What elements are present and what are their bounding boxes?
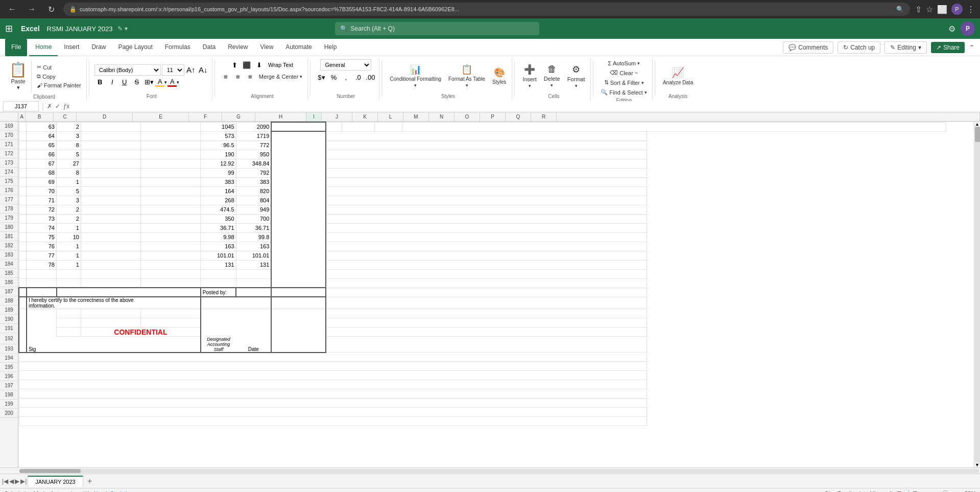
col-header-i[interactable]: I bbox=[306, 112, 322, 121]
row-num-174[interactable]: 174 bbox=[0, 168, 18, 177]
cell-e179[interactable] bbox=[141, 214, 201, 223]
increase-font-button[interactable]: A↑ bbox=[185, 64, 197, 76]
cell-d180[interactable] bbox=[81, 223, 140, 232]
cell-f191[interactable] bbox=[201, 327, 236, 337]
catchup-button[interactable]: ↻ Catch up bbox=[838, 41, 880, 54]
cell-h177[interactable] bbox=[271, 196, 326, 205]
cell-a179[interactable] bbox=[19, 214, 27, 223]
align-middle-button[interactable]: ⬛ bbox=[241, 59, 252, 71]
row-num-173[interactable]: 173 bbox=[0, 158, 18, 168]
cell-c171[interactable]: 8 bbox=[57, 140, 81, 150]
italic-button[interactable]: I bbox=[107, 77, 118, 88]
cell-f188[interactable] bbox=[201, 297, 236, 309]
cell-b185[interactable] bbox=[27, 269, 57, 278]
col-header-b[interactable]: B bbox=[26, 112, 54, 121]
cell-h179[interactable] bbox=[271, 214, 326, 223]
cell-g183[interactable]: 101.01 bbox=[236, 251, 271, 260]
row-num-182[interactable]: 182 bbox=[0, 241, 18, 250]
cell-e182[interactable] bbox=[141, 242, 201, 251]
cell-i169[interactable] bbox=[326, 122, 342, 131]
cell-d171[interactable] bbox=[81, 140, 140, 150]
cell-h181[interactable] bbox=[271, 232, 326, 242]
cell-rest-169[interactable] bbox=[402, 122, 946, 131]
cell-a188[interactable] bbox=[19, 297, 27, 309]
bookmark-icon[interactable]: ☆ bbox=[926, 5, 933, 14]
cell-d179[interactable] bbox=[81, 214, 140, 223]
cell-g171[interactable]: 772 bbox=[236, 140, 271, 150]
row-num-176[interactable]: 176 bbox=[0, 186, 18, 195]
cell-b190[interactable] bbox=[27, 318, 57, 327]
cell-c191[interactable] bbox=[57, 327, 81, 337]
confirm-formula-icon[interactable]: ✓ bbox=[55, 103, 60, 110]
cell-h171[interactable] bbox=[271, 140, 326, 150]
cell-e169[interactable] bbox=[141, 122, 201, 131]
profile-icon[interactable]: P bbox=[951, 4, 963, 15]
col-header-c[interactable]: C bbox=[54, 112, 77, 121]
wrap-text-button[interactable]: Wrap Text bbox=[266, 59, 296, 71]
cell-h175[interactable] bbox=[271, 177, 326, 186]
waffle-icon[interactable]: ⊞ bbox=[5, 23, 13, 34]
cell-b179[interactable]: 73 bbox=[27, 214, 57, 223]
cell-f177[interactable]: 268 bbox=[201, 196, 236, 205]
cell-h176[interactable] bbox=[271, 186, 326, 196]
page-layout-view-button[interactable]: 📄 bbox=[903, 490, 911, 492]
cell-d177[interactable] bbox=[81, 196, 140, 205]
cell-g178[interactable]: 949 bbox=[236, 205, 271, 214]
cell-e170[interactable] bbox=[141, 131, 201, 140]
cell-c181[interactable]: 10 bbox=[57, 232, 81, 242]
row-num-191[interactable]: 191 bbox=[0, 324, 18, 333]
cell-b172[interactable]: 66 bbox=[27, 150, 57, 159]
workbook-stats-button[interactable]: Workbook Statistics bbox=[83, 490, 132, 493]
function-icon[interactable]: ƒx bbox=[63, 103, 70, 110]
cell-b170[interactable]: 64 bbox=[27, 131, 57, 140]
copy-button[interactable]: ⧉ Copy bbox=[35, 72, 83, 81]
row-num-175[interactable]: 175 bbox=[0, 177, 18, 186]
row-num-193[interactable]: 193 bbox=[0, 344, 18, 354]
cell-e175[interactable] bbox=[141, 177, 201, 186]
scroll-track-h[interactable] bbox=[19, 469, 979, 473]
col-header-k[interactable]: K bbox=[352, 112, 378, 121]
back-button[interactable]: ← bbox=[5, 2, 19, 16]
cell-d169[interactable] bbox=[81, 122, 140, 131]
cell-confidential[interactable]: CONFIDENTIAL bbox=[81, 327, 200, 337]
align-center-button[interactable]: ≡ bbox=[232, 71, 244, 82]
cell-rest-186[interactable] bbox=[326, 278, 647, 288]
cell-d182[interactable] bbox=[81, 242, 140, 251]
clear-button[interactable]: ⌫ Clear ~ bbox=[608, 68, 640, 77]
conditional-formatting-button[interactable]: 📊 Conditional Formatting ▾ bbox=[387, 62, 444, 89]
cell-a186[interactable] bbox=[19, 278, 27, 288]
cell-e177[interactable] bbox=[141, 196, 201, 205]
cell-g174[interactable]: 792 bbox=[236, 168, 271, 177]
cell-c187[interactable] bbox=[57, 288, 81, 297]
row-num-169[interactable]: 169 bbox=[0, 122, 18, 131]
cell-reference-box[interactable] bbox=[3, 101, 39, 111]
cell-g169[interactable]: 2090 bbox=[236, 122, 271, 131]
col-header-f[interactable]: F bbox=[189, 112, 222, 121]
underline-button[interactable]: U bbox=[119, 77, 130, 88]
cell-g188[interactable] bbox=[236, 297, 271, 309]
tab-page-layout[interactable]: Page Layout bbox=[112, 39, 158, 56]
cell-d186[interactable] bbox=[81, 278, 140, 288]
cell-g170[interactable]: 1719 bbox=[236, 131, 271, 140]
cell-f174[interactable]: 99 bbox=[201, 168, 236, 177]
cell-e184[interactable] bbox=[141, 260, 201, 269]
zoom-slider-thumb[interactable] bbox=[942, 490, 948, 493]
tab-file[interactable]: File bbox=[5, 39, 27, 56]
cell-h183[interactable] bbox=[271, 251, 326, 260]
row-num-170[interactable]: 170 bbox=[0, 131, 18, 140]
cell-a180[interactable] bbox=[19, 223, 27, 232]
cell-g192[interactable]: Date bbox=[236, 337, 271, 353]
cell-d178[interactable] bbox=[81, 205, 140, 214]
cell-c189[interactable] bbox=[57, 309, 81, 318]
share-button[interactable]: ↗ Share bbox=[931, 42, 965, 53]
tab-data[interactable]: Data bbox=[197, 39, 222, 56]
extension-icon[interactable]: ⇧ bbox=[915, 5, 922, 14]
col-header-q[interactable]: Q bbox=[506, 112, 531, 121]
row-num-172[interactable]: 172 bbox=[0, 149, 18, 158]
tab-icon[interactable]: ⬜ bbox=[937, 5, 947, 14]
col-header-j[interactable]: J bbox=[322, 112, 352, 121]
cell-j169[interactable] bbox=[342, 122, 375, 131]
cell-f178[interactable]: 474.5 bbox=[201, 205, 236, 214]
cell-d175[interactable] bbox=[81, 177, 140, 186]
cell-a178[interactable] bbox=[19, 205, 27, 214]
